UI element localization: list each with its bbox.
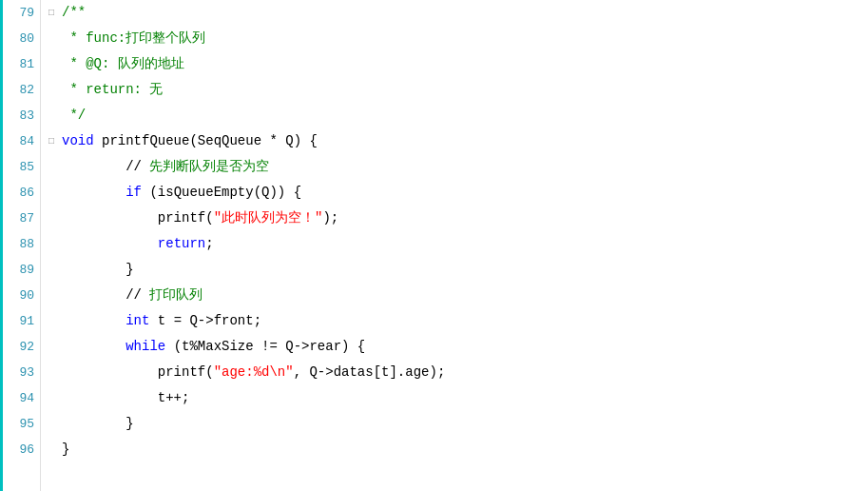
fold-icon: [48, 103, 62, 128]
code-segment: 打印队列: [149, 287, 203, 303]
code-content: */: [62, 103, 860, 128]
fold-icon[interactable]: □: [48, 0, 62, 26]
line-number: 83: [7, 103, 34, 128]
code-content: * @Q: 队列的地址: [62, 51, 860, 77]
code-segment: printf(: [62, 210, 214, 226]
code-line: }: [48, 437, 860, 462]
code-line: □/**: [48, 0, 860, 26]
code-line: if (isQueueEmpty(Q)) {: [48, 180, 860, 206]
code-content: // 打印队列: [62, 283, 860, 308]
code-line: return;: [48, 231, 860, 257]
code-segment: t++;: [62, 390, 189, 405]
code-segment: * @Q:: [62, 56, 118, 71]
line-number: 94: [7, 385, 34, 411]
fold-icon: [48, 231, 62, 257]
code-line: * return: 无: [48, 77, 860, 103]
fold-icon: [48, 385, 62, 411]
code-line: t++;: [48, 385, 860, 411]
code-line: */: [48, 103, 860, 128]
code-segment: [62, 236, 158, 251]
code-segment: "此时队列为空！": [214, 210, 323, 226]
code-line: * @Q: 队列的地址: [48, 51, 860, 77]
fold-icon: [48, 77, 62, 103]
code-segment: int: [125, 313, 149, 328]
code-line: while (t%MaxSize != Q->rear) {: [48, 334, 860, 360]
code-area[interactable]: □/** * func:打印整个队列 * @Q: 队列的地址 * return:…: [41, 0, 868, 491]
code-content: }: [62, 437, 860, 462]
code-segment: if: [125, 185, 142, 200]
code-content: /**: [62, 0, 860, 26]
fold-icon: [48, 154, 62, 180]
line-number: 93: [7, 360, 34, 385]
line-number: 95: [7, 411, 34, 437]
code-segment: //: [62, 287, 149, 303]
code-segment: [62, 313, 125, 328]
code-content: * func:打印整个队列: [62, 26, 860, 51]
line-number: 92: [7, 334, 34, 360]
code-segment: (t%MaxSize != Q->rear) {: [165, 339, 365, 354]
code-line: }: [48, 257, 860, 283]
code-content: printf("此时队列为空！");: [62, 206, 860, 231]
code-content: int t = Q->front;: [62, 308, 860, 334]
fold-icon: [48, 360, 62, 385]
code-segment: [62, 185, 125, 200]
code-content: }: [62, 257, 860, 283]
line-number: 91: [7, 308, 34, 334]
fold-icon: [48, 283, 62, 308]
code-line: // 打印队列: [48, 283, 860, 308]
fold-icon: [48, 437, 62, 462]
code-segment: 无: [149, 82, 163, 97]
code-line: printf("age:%d\n", Q->datas[t].age);: [48, 360, 860, 385]
line-number: 81: [7, 51, 34, 77]
code-content: // 先判断队列是否为空: [62, 154, 860, 180]
code-segment: }: [62, 442, 69, 457]
code-segment: t = Q->front;: [149, 313, 261, 328]
code-segment: (isQueueEmpty(Q)) {: [142, 185, 301, 200]
line-number: 86: [7, 180, 34, 206]
code-segment: ;: [205, 236, 213, 251]
code-content: return;: [62, 231, 860, 257]
fold-icon[interactable]: □: [48, 128, 62, 154]
code-content: t++;: [62, 385, 860, 411]
fold-icon: [48, 206, 62, 231]
code-segment: 队列的地址: [118, 56, 184, 71]
line-number: 96: [7, 437, 34, 462]
code-segment: 先判断队列是否为空: [149, 159, 269, 174]
line-number: 79: [7, 0, 34, 26]
code-line: // 先判断队列是否为空: [48, 154, 860, 180]
code-segment: printf(: [62, 364, 214, 380]
line-number: 84: [7, 128, 34, 154]
code-line: printf("此时队列为空！");: [48, 206, 860, 231]
code-line: int t = Q->front;: [48, 308, 860, 334]
code-segment: void: [62, 133, 94, 148]
code-segment: }: [62, 262, 134, 277]
fold-icon: [48, 334, 62, 360]
code-segment: printfQueue(SeqQueue * Q) {: [94, 133, 318, 148]
code-content: while (t%MaxSize != Q->rear) {: [62, 334, 860, 360]
code-segment: */: [62, 108, 86, 123]
line-number: 87: [7, 206, 34, 231]
code-segment: , Q->datas[t].age);: [294, 364, 446, 380]
code-editor: 798081828384858687888990919293949596 □/*…: [0, 0, 868, 491]
line-numbers: 798081828384858687888990919293949596: [3, 0, 41, 491]
code-segment: return: [158, 236, 205, 251]
line-number: 89: [7, 257, 34, 283]
code-segment: }: [62, 416, 134, 431]
code-segment: );: [322, 210, 338, 226]
code-segment: while: [125, 339, 165, 354]
fold-icon: [48, 51, 62, 77]
line-number: 82: [7, 77, 34, 103]
code-content: * return: 无: [62, 77, 860, 103]
fold-icon: [48, 257, 62, 283]
code-content: }: [62, 411, 860, 437]
code-segment: * return:: [62, 82, 149, 97]
code-content: printf("age:%d\n", Q->datas[t].age);: [62, 360, 860, 385]
code-segment: //: [62, 159, 149, 174]
code-segment: "age:%d\n": [214, 364, 294, 380]
line-number: 88: [7, 231, 34, 257]
code-segment: 打印整个队列: [125, 30, 205, 46]
code-line: * func:打印整个队列: [48, 26, 860, 51]
fold-icon: [48, 308, 62, 334]
line-number: 80: [7, 26, 34, 51]
fold-icon: [48, 411, 62, 437]
